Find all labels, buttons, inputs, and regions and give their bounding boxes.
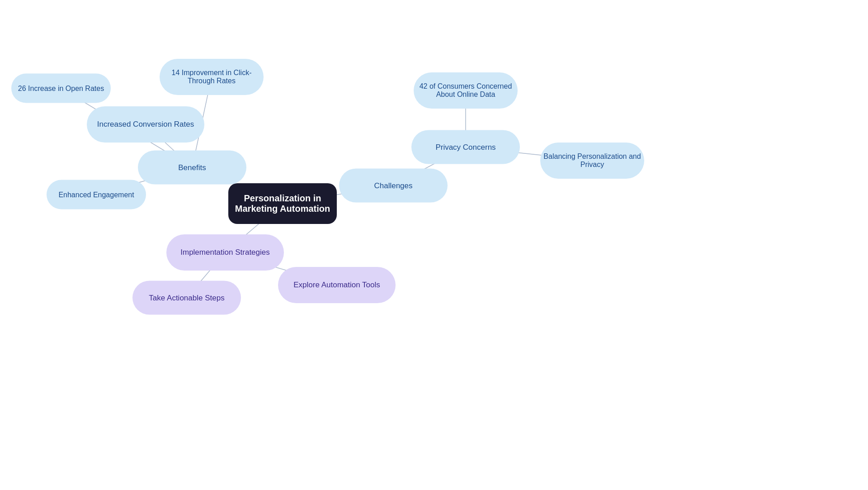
implementation-node[interactable]: Implementation Strategies: [166, 234, 284, 271]
open-rates-node[interactable]: 26 Increase in Open Rates: [11, 74, 111, 103]
explore-tools-node[interactable]: Explore Automation Tools: [278, 267, 396, 303]
privacy-concerns-node[interactable]: Privacy Concerns: [411, 130, 520, 164]
challenges-label: Challenges: [374, 181, 412, 190]
click-through-node[interactable]: 14 Improvement in Click-Through Rates: [160, 59, 264, 95]
explore-tools-label: Explore Automation Tools: [293, 281, 380, 290]
balancing-label: Balancing Personalization and Privacy: [540, 152, 644, 169]
consumers-concerned-node[interactable]: 42 of Consumers Concerned About Online D…: [414, 72, 518, 109]
benefits-label: Benefits: [178, 163, 206, 172]
benefits-node[interactable]: Benefits: [138, 151, 246, 185]
challenges-node[interactable]: Challenges: [339, 169, 448, 203]
conversion-node[interactable]: Increased Conversion Rates: [87, 106, 204, 143]
engagement-label: Enhanced Engagement: [58, 190, 134, 199]
privacy-concerns-label: Privacy Concerns: [435, 143, 495, 152]
take-actionable-node[interactable]: Take Actionable Steps: [132, 281, 241, 315]
open-rates-label: 26 Increase in Open Rates: [18, 84, 104, 92]
engagement-node[interactable]: Enhanced Engagement: [47, 180, 146, 209]
implementation-label: Implementation Strategies: [180, 248, 270, 257]
take-actionable-label: Take Actionable Steps: [149, 293, 224, 302]
consumers-concerned-label: 42 of Consumers Concerned About Online D…: [414, 82, 518, 99]
center-node[interactable]: Personalization in Marketing Automation: [228, 183, 337, 224]
balancing-node[interactable]: Balancing Personalization and Privacy: [540, 143, 644, 179]
center-label: Personalization in Marketing Automation: [228, 193, 337, 214]
conversion-label: Increased Conversion Rates: [97, 120, 194, 129]
click-through-label: 14 Improvement in Click-Through Rates: [160, 69, 264, 85]
